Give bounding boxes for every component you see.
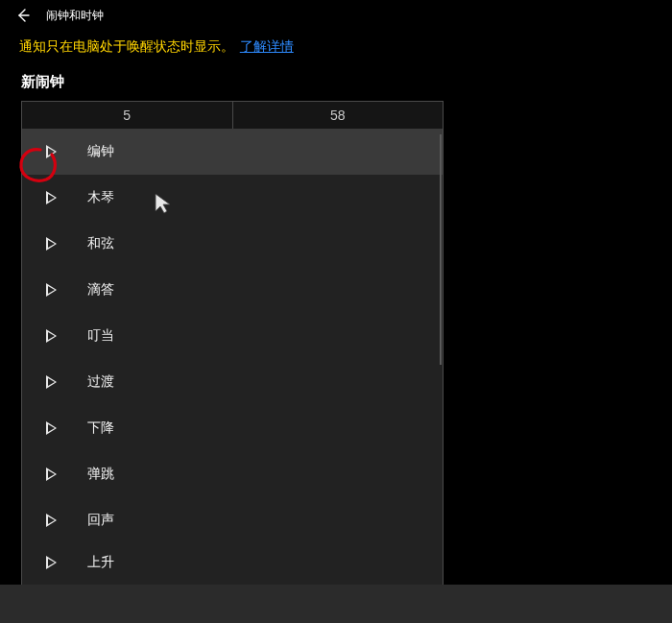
sound-item[interactable]: 滴答 <box>22 267 443 313</box>
play-icon[interactable] <box>37 323 64 349</box>
sound-label: 上升 <box>87 554 114 571</box>
sound-list: 编钟木琴和弦滴答叮当过渡下降弹跳回声上升 <box>22 129 443 587</box>
time-minute-cell[interactable]: 58 <box>233 102 444 129</box>
sound-label: 滴答 <box>87 281 114 299</box>
play-icon[interactable] <box>37 230 64 257</box>
play-icon[interactable] <box>37 507 64 534</box>
sound-label: 回声 <box>87 512 114 529</box>
sound-item[interactable]: 和弦 <box>22 221 443 267</box>
back-button[interactable] <box>8 0 38 31</box>
sound-item[interactable]: 木琴 <box>22 175 443 221</box>
sound-label: 下降 <box>87 419 114 437</box>
notice-bar: 通知只在电脑处于唤醒状态时显示。 了解详情 <box>0 31 672 63</box>
bottom-bar <box>0 585 672 623</box>
sound-item[interactable]: 弹跳 <box>22 451 443 497</box>
titlebar: 闹钟和时钟 <box>0 0 672 31</box>
sound-label: 木琴 <box>87 189 114 206</box>
notice-link[interactable]: 了解详情 <box>240 39 294 54</box>
sound-picker-panel: 5 58 编钟木琴和弦滴答叮当过渡下降弹跳回声上升 <box>21 101 444 588</box>
app-title: 闹钟和时钟 <box>46 8 104 24</box>
sound-label: 编钟 <box>87 143 114 160</box>
play-icon[interactable] <box>37 276 64 303</box>
sound-item[interactable]: 过渡 <box>22 359 443 405</box>
sound-item[interactable]: 回声 <box>22 497 443 543</box>
sound-item[interactable]: 编钟 <box>22 129 443 175</box>
scrollbar-thumb[interactable] <box>440 134 442 365</box>
time-hour-cell[interactable]: 5 <box>22 102 233 129</box>
sound-label: 叮当 <box>87 327 114 345</box>
sound-item[interactable]: 下降 <box>22 405 443 451</box>
play-icon[interactable] <box>37 461 64 488</box>
sound-label: 弹跳 <box>87 466 114 483</box>
play-icon[interactable] <box>37 415 64 442</box>
time-row: 5 58 <box>22 102 443 129</box>
sound-item[interactable]: 叮当 <box>22 313 443 359</box>
play-icon[interactable] <box>37 138 64 165</box>
play-icon[interactable] <box>37 184 64 211</box>
sound-label: 和弦 <box>87 235 114 252</box>
notice-text: 通知只在电脑处于唤醒状态时显示。 <box>19 39 234 54</box>
sound-label: 过渡 <box>87 373 114 391</box>
back-arrow-icon <box>15 8 31 23</box>
section-header: 新闹钟 <box>0 63 672 101</box>
play-icon[interactable] <box>37 369 64 395</box>
sound-item[interactable]: 上升 <box>22 543 443 582</box>
play-icon[interactable] <box>37 549 64 576</box>
scrollbar[interactable] <box>440 129 443 587</box>
